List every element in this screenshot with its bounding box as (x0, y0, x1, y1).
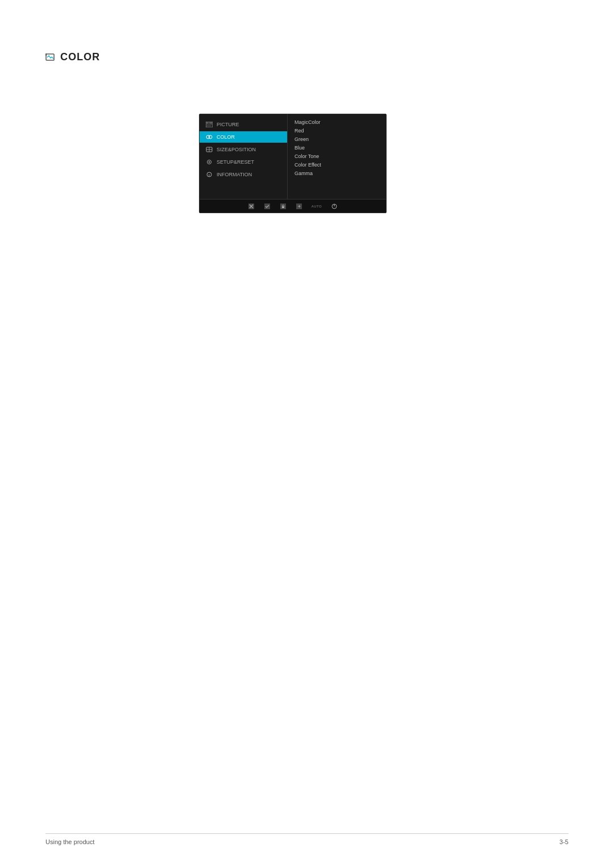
color-section-icon (45, 53, 56, 62)
osd-item-color-label: COLOR (217, 134, 235, 140)
osd-item-size-position-label: SIZE&POSITION (217, 147, 256, 152)
osd-item-setup-reset-label: SETUP&RESET (217, 159, 254, 165)
setup-reset-icon (205, 159, 213, 165)
color-icon (205, 134, 213, 140)
page-footer: Using the product 3-5 (45, 833, 569, 845)
osd-option-blue: Blue (294, 144, 379, 151)
osd-item-information-label: INFORMATION (217, 172, 252, 177)
osd-left-panel: PICTURE COLOR (200, 114, 288, 199)
osd-item-information[interactable]: i INFORMATION (200, 169, 287, 180)
osd-item-size-position[interactable]: SIZE&POSITION (200, 144, 287, 155)
size-position-icon (205, 146, 213, 153)
svg-rect-5 (206, 124, 212, 125)
page-title: COLOR (60, 51, 100, 63)
toolbar-btn-arrow[interactable] (296, 203, 302, 210)
osd-item-color[interactable]: COLOR (200, 131, 287, 143)
osd-option-red: Red (294, 127, 379, 134)
osd-toolbar: AUTO (200, 199, 386, 213)
svg-point-13 (209, 161, 210, 163)
svg-rect-21 (282, 206, 284, 208)
svg-rect-6 (206, 126, 211, 126)
osd-option-color-effect: Color Effect (294, 161, 379, 168)
footer-left-text: Using the product (45, 838, 94, 845)
osd-option-gamma: Gamma (294, 170, 379, 177)
svg-rect-1 (45, 53, 47, 56)
svg-text:i: i (209, 173, 210, 177)
svg-rect-4 (209, 122, 212, 124)
picture-icon (205, 121, 213, 128)
page-content: COLOR PICTURE (45, 51, 569, 74)
toolbar-btn-lock[interactable] (280, 203, 287, 210)
footer-right-text: 3-5 (559, 838, 569, 845)
osd-item-picture-label: PICTURE (217, 122, 239, 127)
information-icon: i (205, 171, 213, 178)
osd-item-picture[interactable]: PICTURE (200, 119, 287, 130)
osd-option-color-tone: Color Tone (294, 153, 379, 160)
svg-rect-19 (264, 203, 270, 209)
toolbar-btn-power[interactable] (331, 203, 338, 210)
osd-option-magiccolor: MagicColor (294, 119, 379, 126)
toolbar-btn-check[interactable] (264, 203, 271, 210)
osd-item-setup-reset[interactable]: SETUP&RESET (200, 156, 287, 168)
toolbar-auto-label: AUTO (312, 205, 322, 208)
svg-rect-3 (206, 122, 209, 124)
osd-option-green: Green (294, 136, 379, 143)
svg-point-8 (209, 135, 212, 139)
osd-screen: PICTURE COLOR (199, 114, 387, 213)
osd-menu: PICTURE COLOR (200, 114, 386, 199)
toolbar-btn-x[interactable] (248, 203, 255, 210)
osd-right-panel: MagicColor Red Green Blue Color Tone Col… (288, 114, 386, 199)
section-title: COLOR (45, 51, 569, 63)
